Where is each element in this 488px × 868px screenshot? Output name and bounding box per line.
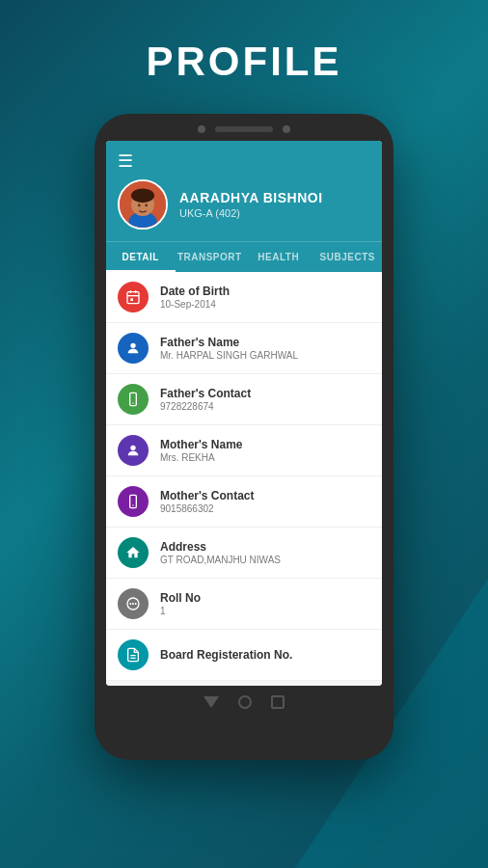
dob-text: Date of Birth 10-Sep-2014 [160,285,230,310]
list-item: Address GT ROAD,MANJHU NIWAS [106,528,382,579]
svg-point-5 [145,204,148,207]
address-text: Address GT ROAD,MANJHU NIWAS [160,540,281,565]
profile-text: AARADHYA BISHNOI UKG-A (402) [179,190,323,219]
mother-name-label: Mother's Name [160,438,243,451]
father-name-value: Mr. HARPAL SINGH GARHWAL [160,350,298,361]
svg-rect-15 [130,495,137,507]
roll-no-icon [118,588,149,619]
svg-point-11 [130,343,135,348]
phone-speaker [215,126,273,132]
home-button[interactable] [238,695,252,709]
board-reg-text: Board Registeration No. [160,648,292,663]
tab-subjects[interactable]: SUBJECTS [313,242,383,272]
svg-point-4 [138,204,141,207]
address-icon [118,537,149,568]
list-item: Board Registeration No. [106,630,382,681]
roll-no-label: Roll No [160,591,201,605]
list-item: Father's Name Mr. HARPAL SINGH GARHWAL [106,323,382,374]
father-name-label: Father's Name [160,336,298,349]
phone-frame: ☰ [95,114,393,760]
list-item: Roll No 1 [106,579,382,630]
svg-point-18 [129,603,131,605]
svg-point-3 [131,188,154,203]
father-name-text: Father's Name Mr. HARPAL SINGH GARHWAL [160,336,298,361]
father-name-icon [118,333,149,364]
list-item: Date of Birth 10-Sep-2014 [106,272,382,323]
recents-button[interactable] [271,695,285,709]
svg-point-20 [135,603,137,605]
father-contact-value: 9728228674 [160,401,251,412]
list-item: Mother's Name Mrs. REKHA [106,425,382,476]
svg-rect-10 [130,298,133,301]
dob-label: Date of Birth [160,285,230,298]
phone-bottom-nav [106,686,382,715]
phone-top-bar [106,125,382,133]
svg-point-19 [132,603,134,605]
student-class: UKG-A (402) [179,207,323,219]
svg-rect-6 [127,292,139,304]
roll-no-value: 1 [160,606,201,616]
address-label: Address [160,540,281,554]
back-button[interactable] [203,696,219,708]
father-contact-text: Father's Contact 9728228674 [160,387,251,412]
board-reg-icon [118,639,149,670]
father-contact-icon [118,384,149,415]
page-title: PROFILE [146,39,341,85]
list-item: Mother's Contact 9015866302 [106,476,382,528]
address-value: GT ROAD,MANJHU NIWAS [160,555,281,565]
mother-contact-label: Mother's Contact [160,489,255,502]
mother-name-icon [118,435,149,466]
avatar-svg [120,179,166,230]
list-item: Father's Contact 9728228674 [106,374,382,425]
dob-value: 10-Sep-2014 [160,299,230,310]
app-header: ☰ [106,141,382,241]
svg-point-14 [130,446,135,450]
phone-camera-right [283,125,290,133]
mother-contact-value: 9015866302 [160,503,255,514]
phone-screen: ☰ [106,141,382,686]
tab-detail[interactable]: DETAIL [106,242,176,272]
roll-no-text: Roll No 1 [160,591,201,616]
student-name: AARADHYA BISHNOI [179,190,323,205]
profile-info: AARADHYA BISHNOI UKG-A (402) [118,179,370,241]
mother-contact-text: Mother's Contact 9015866302 [160,489,255,514]
dob-icon [118,282,149,312]
mother-name-text: Mother's Name Mrs. REKHA [160,438,243,463]
father-contact-label: Father's Contact [160,387,251,400]
mother-contact-icon [118,486,149,517]
phone-camera [198,125,205,133]
mother-name-value: Mrs. REKHA [160,452,243,463]
tab-health[interactable]: HEALTH [244,242,313,272]
hamburger-icon[interactable]: ☰ [118,150,370,172]
board-reg-label: Board Registeration No. [160,648,292,662]
tab-bar: DETAIL TRANSPORT HEALTH SUBJECTS [106,241,382,272]
content-area: Date of Birth 10-Sep-2014 Father's Name … [106,272,382,686]
tab-transport[interactable]: TRANSPORT [176,242,245,272]
avatar [118,179,168,230]
